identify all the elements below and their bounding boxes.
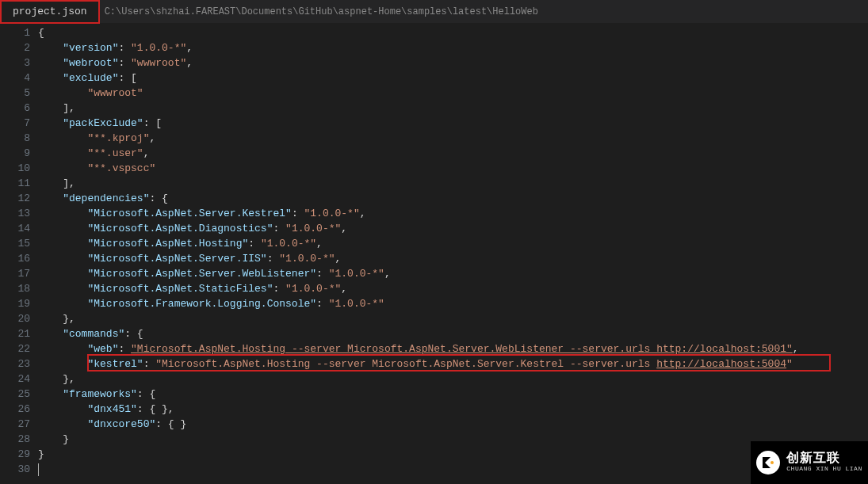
code-line[interactable]: "exclude": [ xyxy=(38,71,868,86)
line-number: 14 xyxy=(0,221,30,236)
code-line[interactable]: "Microsoft.AspNet.StaticFiles": "1.0.0-*… xyxy=(38,281,868,296)
logo-text-en: CHUANG XIN HU LIAN xyxy=(786,466,862,473)
line-number: 17 xyxy=(0,266,30,281)
code-line[interactable]: "dnxcore50": { } xyxy=(38,417,868,432)
line-number: 20 xyxy=(0,311,30,326)
code-line[interactable]: "web": "Microsoft.AspNet.Hosting --serve… xyxy=(38,341,868,356)
tab-label: project.json xyxy=(13,6,87,17)
line-number-gutter: 1234567891011121314151617181920212223242… xyxy=(0,24,38,484)
text-cursor xyxy=(38,463,39,476)
code-line[interactable]: }, xyxy=(38,311,868,326)
code-line[interactable]: "frameworks": { xyxy=(38,387,868,402)
line-number: 25 xyxy=(0,387,30,402)
line-number: 16 xyxy=(0,251,30,266)
line-number: 15 xyxy=(0,236,30,251)
code-line[interactable]: ], xyxy=(38,101,868,116)
code-line[interactable]: "webroot": "wwwroot", xyxy=(38,55,868,71)
code-line[interactable]: "dependencies": { xyxy=(38,191,868,206)
code-line[interactable]: "Microsoft.AspNet.Server.IIS": "1.0.0-*"… xyxy=(38,251,868,266)
line-number: 23 xyxy=(0,356,30,372)
logo-text-cn: 创新互联 xyxy=(786,452,862,467)
svg-point-0 xyxy=(770,461,774,464)
code-line[interactable]: "Microsoft.Framework.Logging.Console": "… xyxy=(38,296,868,311)
code-line[interactable]: "Microsoft.AspNet.Diagnostics": "1.0.0-*… xyxy=(38,221,868,236)
breadcrumb: C:\Users\shzhai.FAREAST\Documents\GitHub… xyxy=(97,6,538,17)
code-content[interactable]: { "version": "1.0.0-*", "webroot": "wwwr… xyxy=(38,24,868,484)
line-number: 3 xyxy=(0,55,30,71)
line-number: 22 xyxy=(0,341,30,356)
line-number: 26 xyxy=(0,402,30,417)
line-number: 21 xyxy=(0,326,30,341)
line-number: 12 xyxy=(0,191,30,206)
code-line[interactable]: "version": "1.0.0-*", xyxy=(38,40,868,55)
code-line[interactable]: "packExclude": [ xyxy=(38,116,868,131)
code-line[interactable]: } xyxy=(38,432,868,447)
code-line[interactable]: }, xyxy=(38,372,868,387)
logo-icon xyxy=(756,451,780,474)
logo-text: 创新互联 CHUANG XIN HU LIAN xyxy=(786,452,862,473)
line-number: 13 xyxy=(0,206,30,221)
line-number: 27 xyxy=(0,417,30,432)
code-line[interactable]: "**.kproj", xyxy=(38,131,868,146)
line-number: 7 xyxy=(0,116,30,131)
line-number: 28 xyxy=(0,432,30,447)
code-line[interactable]: "dnx451": { }, xyxy=(38,402,868,417)
code-line[interactable]: ], xyxy=(38,176,868,191)
code-line[interactable]: } xyxy=(38,447,868,462)
code-editor[interactable]: 1234567891011121314151617181920212223242… xyxy=(0,24,868,484)
line-number: 10 xyxy=(0,161,30,176)
line-number: 6 xyxy=(0,101,30,116)
tab-project-json[interactable]: project.json xyxy=(0,0,100,24)
line-number: 19 xyxy=(0,296,30,311)
code-line[interactable]: "kestrel": "Microsoft.AspNet.Hosting --s… xyxy=(38,356,868,372)
line-number: 11 xyxy=(0,176,30,191)
line-number: 24 xyxy=(0,372,30,387)
code-line[interactable]: "Microsoft.AspNet.Server.WebListener": "… xyxy=(38,266,868,281)
code-line[interactable]: "Microsoft.AspNet.Server.Kestrel": "1.0.… xyxy=(38,206,868,221)
line-number: 4 xyxy=(0,71,30,86)
line-number: 9 xyxy=(0,146,30,161)
code-line[interactable]: "Microsoft.AspNet.Hosting": "1.0.0-*", xyxy=(38,236,868,251)
code-line[interactable]: "**.user", xyxy=(38,146,868,161)
line-number: 5 xyxy=(0,86,30,101)
code-line[interactable]: "commands": { xyxy=(38,326,868,341)
line-number: 29 xyxy=(0,447,30,462)
code-line[interactable]: { xyxy=(38,25,868,40)
watermark-logo: 创新互联 CHUANG XIN HU LIAN xyxy=(751,441,868,484)
line-number: 1 xyxy=(0,25,30,40)
line-number: 8 xyxy=(0,131,30,146)
code-line[interactable]: "**.vspscc" xyxy=(38,161,868,176)
line-number: 30 xyxy=(0,462,30,477)
line-number: 18 xyxy=(0,281,30,296)
code-line[interactable] xyxy=(38,462,868,477)
line-number: 2 xyxy=(0,40,30,55)
tab-bar: project.json C:\Users\shzhai.FAREAST\Doc… xyxy=(0,0,868,24)
code-line[interactable]: "wwwroot" xyxy=(38,86,868,101)
